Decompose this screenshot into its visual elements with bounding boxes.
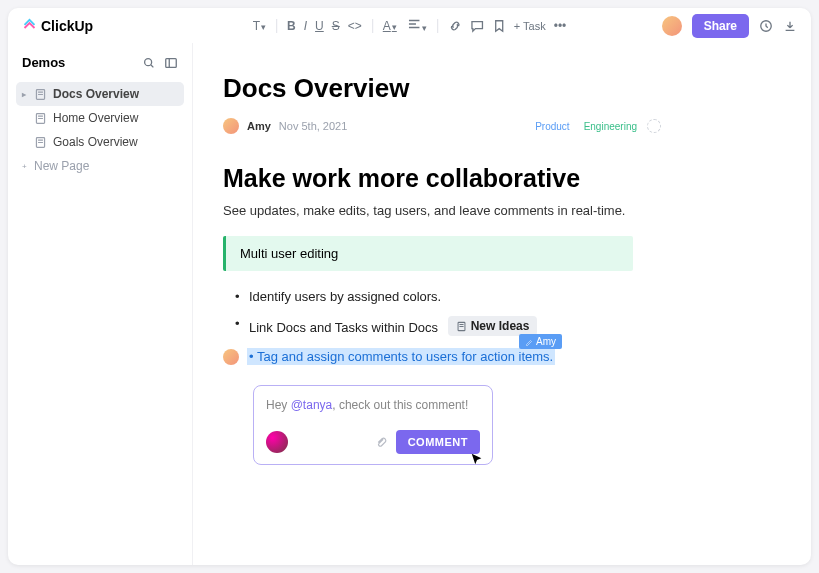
new-page-label: New Page [34,159,89,173]
comment-input[interactable]: Hey @tanya, check out this comment! [266,398,480,412]
logo[interactable]: ClickUp [22,18,93,34]
chevron-right-icon: ▸ [22,90,28,99]
search-icon[interactable] [142,56,156,70]
section-heading[interactable]: Make work more collaborative [223,164,781,193]
clock-icon[interactable] [759,19,773,33]
doc-date: Nov 5th, 2021 [279,120,348,132]
doc-icon [34,136,47,149]
commenter-avatar [266,431,288,453]
pencil-icon [525,338,533,346]
tag-product[interactable]: Product [531,119,573,134]
app-window: ClickUp T▾ B I U S <> A▾ ▾ + Task [8,8,811,565]
svg-point-1 [145,58,152,65]
text-color-button[interactable]: A▾ [383,19,397,33]
align-button[interactable]: ▾ [407,17,427,34]
highlighted-line: Tag and assign comments to users for act… [223,348,781,365]
sidebar-item-home-overview[interactable]: Home Overview [16,106,184,130]
more-button[interactable]: ••• [554,19,567,33]
chat-icon[interactable] [470,19,484,33]
list-item[interactable]: Identify users by assigned colors. [249,289,781,304]
doc-icon [34,112,47,125]
doc-icon [456,321,467,332]
user-avatar[interactable] [662,16,682,36]
sidebar-header: Demos [16,55,184,82]
space-title: Demos [22,55,65,70]
new-page-button[interactable]: + New Page [16,154,184,178]
comment-button[interactable]: COMMENT [396,430,480,454]
topbar-right: Share [662,14,797,38]
panel-icon[interactable] [164,56,178,70]
download-icon[interactable] [783,19,797,33]
text-style-button[interactable]: T▾ [253,19,266,33]
attachment-icon[interactable] [375,436,388,449]
bullet-list: Identify users by assigned colors. Link … [223,289,781,336]
author-avatar [223,118,239,134]
brand-name: ClickUp [41,18,93,34]
sidebar-item-label: Home Overview [53,111,138,125]
add-task-button[interactable]: + Task [514,20,546,32]
doc-icon [34,88,47,101]
sidebar: Demos ▸ Docs Overview Home Overview Goal… [8,43,193,565]
topbar: ClickUp T▾ B I U S <> A▾ ▾ + Task [8,8,811,43]
sidebar-item-label: Docs Overview [53,87,139,101]
comment-box[interactable]: Hey @tanya, check out this comment! COMM… [253,385,493,465]
sidebar-item-label: Goals Overview [53,135,138,149]
tag-engineering[interactable]: Engineering [580,119,641,134]
share-button[interactable]: Share [692,14,749,38]
sidebar-item-goals-overview[interactable]: Goals Overview [16,130,184,154]
presence-avatar [223,349,239,365]
bold-button[interactable]: B [287,19,296,33]
link-icon[interactable] [448,19,462,33]
underline-button[interactable]: U [315,19,324,33]
author-name: Amy [247,120,271,132]
italic-button[interactable]: I [304,19,307,33]
sidebar-item-docs-overview[interactable]: ▸ Docs Overview [16,82,184,106]
bookmark-icon[interactable] [492,19,506,33]
align-icon [407,17,421,31]
task-chip[interactable]: New Ideas [448,316,538,336]
doc-tags: Product Engineering [531,119,661,134]
add-tag-button[interactable] [647,119,661,133]
list-item[interactable]: Link Docs and Tasks within Docs New Idea… [249,316,781,336]
mention: @tanya [291,398,333,412]
doc-meta: Amy Nov 5th, 2021 Product Engineering [223,118,781,134]
code-button[interactable]: <> [348,19,362,33]
svg-rect-2 [166,58,177,67]
callout-block[interactable]: Multi user editing [223,236,633,271]
mouse-cursor [470,452,484,470]
strikethrough-button[interactable]: S [332,19,340,33]
clickup-logo-icon [22,18,37,33]
document: Docs Overview Amy Nov 5th, 2021 Product … [193,43,811,565]
formatting-toolbar: T▾ B I U S <> A▾ ▾ + Task ••• [253,17,567,34]
presence-badge: Amy [519,334,562,349]
section-subtext[interactable]: See updates, make edits, tag users, and … [223,203,781,218]
page-title[interactable]: Docs Overview [223,73,781,104]
highlighted-text[interactable]: Tag and assign comments to users for act… [247,348,555,365]
